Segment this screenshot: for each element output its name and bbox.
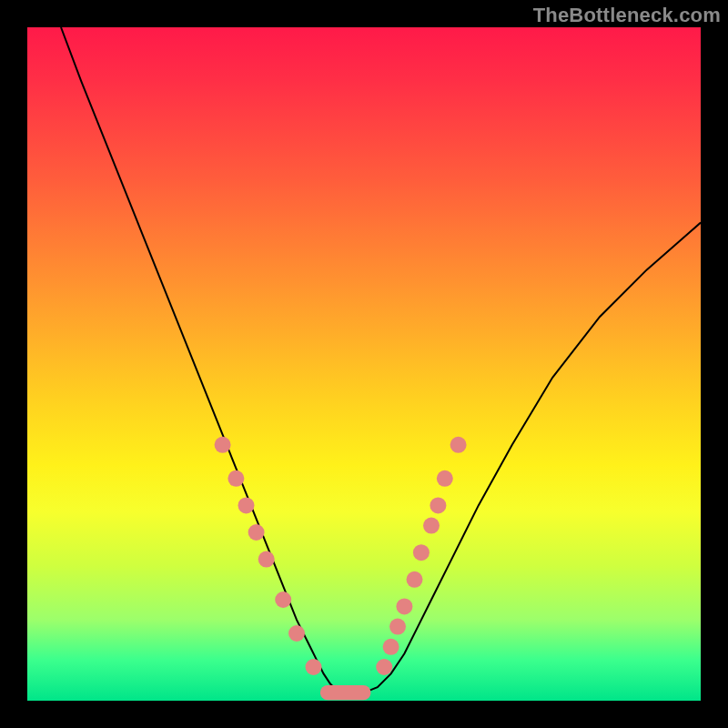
watermark-text: TheBottleneck.com (533, 4, 721, 27)
marker-right (413, 544, 430, 561)
chart-svg (27, 27, 701, 701)
marker-left (248, 524, 265, 541)
marker-left (215, 437, 231, 453)
trough-band (320, 685, 371, 700)
marker-right (383, 639, 399, 655)
marker-left (306, 659, 322, 675)
marker-right (376, 659, 392, 675)
marker-right (437, 470, 453, 487)
marker-right (407, 571, 423, 588)
marker-left (288, 625, 305, 642)
marker-right (430, 497, 446, 513)
marker-left (275, 592, 291, 608)
chart-container: TheBottleneck.com (0, 0, 728, 728)
marker-left (258, 551, 275, 568)
plot-area (27, 27, 701, 701)
marker-right (450, 437, 467, 453)
marker-left (228, 470, 244, 487)
bottleneck-curve (61, 27, 701, 694)
marker-left (238, 497, 255, 513)
marker-right (396, 598, 412, 614)
marker-right (389, 619, 406, 635)
marker-right (423, 518, 440, 534)
